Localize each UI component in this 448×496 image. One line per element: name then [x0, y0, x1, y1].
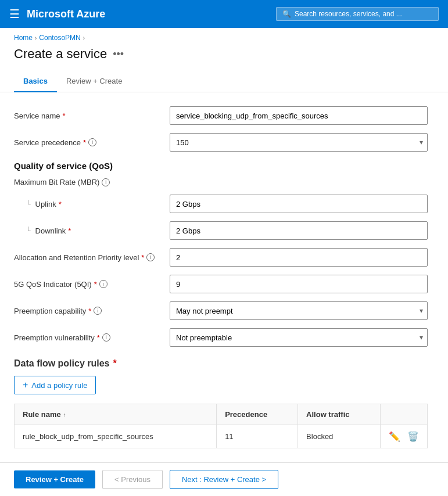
page-menu-icon[interactable]: •••: [113, 48, 124, 60]
service-precedence-row: Service precedence * i 150 ▾: [14, 133, 428, 152]
uplink-label: └ Uplink *: [14, 200, 165, 209]
arp-required: *: [141, 253, 144, 262]
breadcrumb-sep1: ›: [35, 35, 37, 41]
col-actions: [381, 404, 428, 425]
arp-input[interactable]: [170, 248, 428, 267]
service-precedence-info-icon[interactable]: i: [88, 138, 96, 146]
mbr-label-row: Maximum Bit Rate (MBR) i: [14, 178, 428, 186]
hamburger-menu-icon[interactable]: ☰: [9, 7, 20, 21]
preemption-cap-required: *: [88, 307, 91, 315]
preemption-cap-info-icon[interactable]: i: [94, 307, 102, 315]
uplink-row: └ Uplink *: [14, 195, 428, 213]
main-content: Service name * Service precedence * i 15…: [0, 92, 442, 462]
add-rule-label: Add a policy rule: [31, 381, 87, 390]
preemption-vuln-select[interactable]: Not preemptable: [170, 328, 428, 347]
breadcrumb-parent[interactable]: ContosoPMN: [39, 34, 80, 42]
mbr-info-icon[interactable]: i: [102, 178, 110, 186]
uplink-required: *: [59, 200, 62, 209]
top-navigation-bar: ☰ Microsoft Azure 🔍 Search resources, se…: [0, 0, 448, 28]
col-rule-name: Rule name ↑: [15, 404, 217, 425]
breadcrumb-home[interactable]: Home: [14, 34, 33, 42]
action-icons: ✏️ 🗑️: [389, 431, 419, 442]
rules-table: Rule name ↑ Precedence Allow traffic rul…: [14, 404, 428, 448]
preemption-vuln-select-wrapper: Not preemptable ▾: [170, 328, 428, 347]
breadcrumb: Home › ContosoPMN ›: [0, 28, 448, 44]
tab-review-create[interactable]: Review + Create: [57, 71, 131, 92]
rule-name-cell: rule_block_udp_from_specific_sources: [15, 425, 217, 448]
rules-table-body: rule_block_udp_from_specific_sources 11 …: [15, 425, 428, 448]
preemption-vuln-info-icon[interactable]: i: [102, 333, 110, 342]
rules-table-header: Rule name ↑ Precedence Allow traffic: [15, 404, 428, 425]
preemption-vuln-row: Preemption vulnerability * i Not preempt…: [14, 328, 428, 347]
preemption-vuln-label: Preemption vulnerability * i: [14, 333, 165, 342]
service-name-row: Service name *: [14, 106, 428, 125]
next-button[interactable]: Next : Review + Create >: [170, 470, 278, 489]
policy-rules-header: Data flow policy rules *: [14, 358, 428, 369]
qos-indicator-label: 5G QoS Indicator (5QI) * i: [14, 280, 165, 289]
review-create-button[interactable]: Review + Create: [14, 470, 95, 488]
sort-icon[interactable]: ↑: [63, 412, 66, 418]
col-allow-traffic: Allow traffic: [298, 404, 381, 425]
arp-info-icon[interactable]: i: [146, 253, 155, 261]
delete-icon[interactable]: 🗑️: [407, 431, 419, 442]
service-precedence-label: Service precedence * i: [14, 138, 165, 147]
preemption-cap-row: Preemption capability * i May not preemp…: [14, 301, 428, 320]
uplink-input[interactable]: [170, 195, 428, 213]
qos-indicator-row: 5G QoS Indicator (5QI) * i: [14, 275, 428, 293]
app-title: Microsoft Azure: [27, 8, 105, 20]
tab-bar: Basics Review + Create: [0, 71, 448, 92]
table-row: rule_block_udp_from_specific_sources 11 …: [15, 425, 428, 448]
qos-section-header: Quality of service (QoS): [14, 161, 428, 171]
search-icon: 🔍: [282, 10, 291, 18]
downlink-row: └ Downlink *: [14, 221, 428, 240]
qos-indicator-required: *: [94, 280, 97, 289]
downlink-input[interactable]: [170, 221, 428, 240]
actions-cell: ✏️ 🗑️: [381, 425, 428, 448]
arp-label: Allocation and Retention Priority level …: [14, 253, 165, 262]
search-placeholder: Search resources, services, and ...: [295, 10, 402, 18]
add-policy-rule-button[interactable]: + Add a policy rule: [14, 376, 96, 394]
search-bar[interactable]: 🔍 Search resources, services, and ...: [276, 7, 439, 21]
preemption-cap-select[interactable]: May not preempt: [170, 301, 428, 320]
plus-icon: +: [23, 380, 28, 390]
service-name-label: Service name *: [14, 112, 165, 120]
edit-icon[interactable]: ✏️: [389, 431, 400, 442]
qos-indicator-input[interactable]: [170, 275, 428, 293]
service-precedence-select[interactable]: 150: [170, 133, 428, 152]
service-name-required: *: [62, 112, 65, 120]
arp-row: Allocation and Retention Priority level …: [14, 248, 428, 267]
downlink-label: └ Downlink *: [14, 227, 165, 235]
preemption-cap-label: Preemption capability * i: [14, 307, 165, 315]
service-precedence-required: *: [83, 138, 86, 147]
qos-indicator-info-icon[interactable]: i: [99, 280, 107, 288]
precedence-cell: 11: [217, 425, 298, 448]
col-precedence: Precedence: [217, 404, 298, 425]
tab-basics[interactable]: Basics: [14, 71, 57, 92]
service-name-input[interactable]: [170, 106, 428, 125]
preemption-cap-select-wrapper: May not preempt ▾: [170, 301, 428, 320]
page-title: Create a service: [14, 46, 107, 62]
preemption-vuln-required: *: [97, 333, 100, 342]
previous-button[interactable]: < Previous: [102, 470, 163, 489]
footer: Review + Create < Previous Next : Review…: [0, 462, 448, 496]
policy-rules-required: *: [113, 358, 116, 369]
mbr-label: Maximum Bit Rate (MBR) i: [14, 178, 165, 186]
allow-traffic-cell: Blocked: [298, 425, 381, 448]
breadcrumb-sep2: ›: [83, 35, 85, 41]
service-precedence-select-wrapper: 150 ▾: [170, 133, 428, 152]
downlink-required: *: [68, 227, 71, 235]
page-header: Create a service •••: [0, 44, 448, 71]
